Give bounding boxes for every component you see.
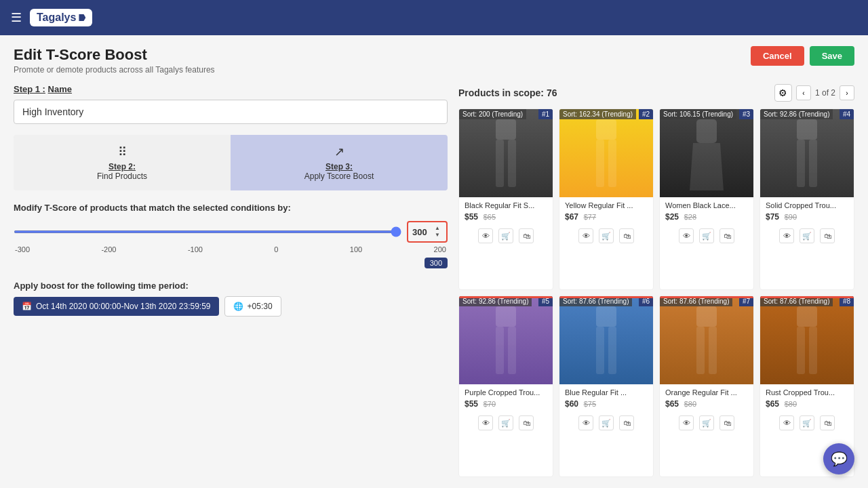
next-page-button[interactable]: ›: [840, 85, 854, 100]
step2-item[interactable]: ⠿ Step 2: Find Products: [14, 135, 231, 190]
product-old-price: $65: [484, 213, 496, 221]
date-range-button[interactable]: 📅 Oct 14th 2020 00:00:00-Nov 13th 2020 2…: [14, 297, 219, 316]
settings-button[interactable]: ⚙: [774, 84, 792, 102]
spinner-down-button[interactable]: ▼: [433, 232, 442, 239]
clothing-silhouette: [489, 303, 523, 378]
product-price: $65: [665, 399, 679, 409]
svg-rect-8: [797, 119, 817, 140]
product-old-price: $75: [584, 400, 596, 408]
spinner-controls: ▲ ▼: [433, 225, 442, 239]
time-row: 📅 Oct 14th 2020 00:00:00-Nov 13th 2020 2…: [14, 296, 448, 317]
product-old-price: $80: [785, 400, 797, 408]
product-name: Women Black Lace...: [665, 201, 748, 209]
product-image: [660, 296, 753, 384]
product-name: Orange Regular Fit ...: [665, 388, 748, 396]
bag-button[interactable]: 🛍: [619, 228, 634, 243]
sort-badge: Sort: 92.86 (Trending): [760, 109, 833, 119]
prev-page-button[interactable]: ‹: [796, 85, 811, 100]
view-button[interactable]: 👁: [779, 228, 794, 243]
view-button[interactable]: 👁: [578, 415, 593, 430]
cart-button[interactable]: 🛒: [800, 415, 814, 430]
product-image: [660, 109, 753, 197]
bag-button[interactable]: 🛍: [719, 415, 734, 430]
tick-200: 200: [434, 245, 446, 253]
name-input[interactable]: [14, 100, 448, 124]
step1-number: Step 1 :: [14, 84, 45, 94]
product-info: Women Black Lace... $25 $28: [660, 197, 753, 226]
page-container: Edit T-Score Boost Promote or demote pro…: [0, 35, 868, 488]
cart-button[interactable]: 🛒: [599, 415, 614, 430]
sort-badge: Sort: 106.15 (Trending): [660, 109, 736, 119]
product-info: Purple Cropped Trou... $55 $70: [459, 384, 553, 413]
product-price: $75: [766, 212, 779, 222]
svg-rect-0: [496, 119, 516, 140]
svg-rect-6: [696, 119, 717, 143]
globe-icon: 🌐: [233, 302, 243, 311]
products-nav: ⚙ ‹ 1 of 2 ›: [774, 84, 854, 102]
bag-button[interactable]: 🛍: [820, 228, 835, 243]
spinner-up-button[interactable]: ▲: [433, 225, 442, 232]
view-button[interactable]: 👁: [578, 228, 593, 243]
cancel-button[interactable]: Cancel: [751, 46, 804, 66]
product-pricing: $60 $75: [565, 399, 648, 409]
chat-button[interactable]: 💬: [823, 443, 854, 474]
svg-rect-11: [496, 306, 516, 327]
product-price: $67: [565, 212, 578, 222]
slider-value: 300: [412, 227, 431, 237]
cart-button[interactable]: 🛒: [498, 415, 513, 430]
product-pricing: $55 $70: [465, 399, 547, 409]
top-navbar: ☰ Tagalys: [0, 0, 868, 35]
cart-button[interactable]: 🛒: [699, 415, 714, 430]
svg-rect-3: [596, 119, 616, 140]
bag-button[interactable]: 🛍: [519, 228, 534, 243]
product-image: [459, 296, 553, 384]
slider-row: 300 ▲ ▼: [14, 221, 448, 243]
timezone-button[interactable]: 🌐 +05:30: [224, 296, 281, 317]
tick-value-row: 300: [14, 255, 448, 268]
tick-100: 100: [350, 245, 362, 253]
sort-badge: Sort: 200 (Trending): [459, 109, 526, 119]
cart-button[interactable]: 🛒: [699, 228, 714, 243]
cart-button[interactable]: 🛒: [599, 228, 614, 243]
product-card: Sort: 92.86 (Trending) #5 Purple Cropped…: [458, 296, 553, 477]
svg-rect-2: [508, 140, 516, 187]
view-button[interactable]: 👁: [679, 228, 694, 243]
logo[interactable]: Tagalys: [30, 9, 92, 26]
value-box: 300 ▲ ▼: [407, 221, 448, 243]
svg-rect-16: [608, 327, 616, 374]
product-info: Yellow Regular Fit ... $67 $77: [559, 197, 653, 226]
product-number: #2: [639, 109, 653, 119]
bag-button[interactable]: 🛍: [619, 415, 634, 430]
bag-button[interactable]: 🛍: [820, 415, 835, 430]
cart-button[interactable]: 🛒: [498, 228, 513, 243]
hamburger-icon[interactable]: ☰: [11, 10, 22, 25]
bag-button[interactable]: 🛍: [719, 228, 734, 243]
product-actions: 👁 🛒 🛍: [660, 413, 753, 434]
view-button[interactable]: 👁: [478, 228, 493, 243]
step3-item[interactable]: ↗ Step 3: Apply Tscore Boost: [231, 135, 448, 190]
chevron-left-icon: ‹: [802, 89, 804, 97]
timezone-text: +05:30: [248, 302, 273, 311]
product-image: [760, 109, 854, 197]
product-actions: 👁 🛒 🛍: [559, 413, 653, 434]
view-button[interactable]: 👁: [779, 415, 794, 430]
product-price: $55: [465, 212, 478, 222]
svg-rect-13: [508, 327, 516, 374]
tick-minus100: -100: [188, 245, 203, 253]
step3-subtitle: Apply Tscore Boost: [304, 171, 374, 181]
content-area: Step 1 : Name ⠿ Step 2: Find Products ↗ …: [14, 84, 854, 477]
step2-title: Step 2:: [108, 162, 136, 171]
svg-rect-19: [709, 327, 717, 374]
calendar-icon: 📅: [22, 302, 32, 311]
tscore-slider[interactable]: [14, 230, 401, 233]
product-card: Sort: 87.66 (Trending) #7 Orange Regular…: [659, 296, 754, 477]
page-title: Edit T-Score Boost: [14, 46, 215, 64]
cart-button[interactable]: 🛒: [800, 228, 814, 243]
svg-rect-14: [596, 306, 616, 327]
page-subtitle: Promote or demote products across all Ta…: [14, 65, 215, 75]
save-button[interactable]: Save: [810, 46, 854, 66]
page-title-area: Edit T-Score Boost Promote or demote pro…: [14, 46, 215, 75]
bag-button[interactable]: 🛍: [519, 415, 534, 430]
view-button[interactable]: 👁: [679, 415, 694, 430]
view-button[interactable]: 👁: [478, 415, 493, 430]
